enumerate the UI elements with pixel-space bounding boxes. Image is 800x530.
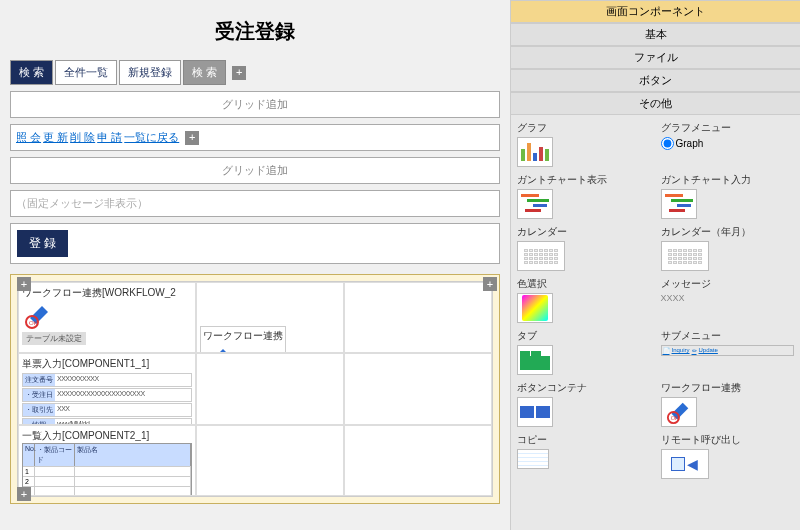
tab-new-register[interactable]: 新規登録: [119, 60, 181, 85]
page-title: 受注登録: [10, 10, 500, 60]
palette-item-graph[interactable]: グラフ: [517, 121, 651, 167]
register-button-container: 登 録: [10, 223, 500, 264]
graph-thumb-icon: [517, 137, 553, 167]
palette-item-graph-menu[interactable]: グラフメニュー Graph: [661, 121, 795, 167]
workflow-stamp-icon: OK: [22, 302, 54, 330]
workflow-stamp-icon: OK: [203, 345, 235, 353]
canvas-cell-workflow2[interactable]: ワークフロー連携 OK: [196, 282, 344, 353]
palette-item-message[interactable]: メッセージ XXXX: [661, 277, 795, 323]
canvas-cell-empty[interactable]: [196, 353, 344, 424]
canvas-cell-empty[interactable]: [344, 282, 492, 353]
remote-thumb-icon: ◀: [661, 449, 709, 479]
svg-text:OK: OK: [29, 320, 38, 326]
component1-form-preview: 注文番号XXXXXXXXXX ・受注日XXXXXXXXXXXXXXXXXXXXX…: [22, 373, 192, 424]
link-back-to-list[interactable]: 一覧に戻る: [124, 130, 179, 145]
canvas-cell-workflow1[interactable]: ワークフロー連携[WORKFLOW_2 OK テーブル未設定: [18, 282, 196, 353]
workflow-thumb-icon: OK: [661, 397, 697, 427]
palette-cat-file[interactable]: ファイル: [511, 46, 800, 69]
tab-search-inactive[interactable]: 検 索: [183, 60, 226, 85]
palette-item-calendar-ym[interactable]: カレンダー（年月）: [661, 225, 795, 271]
link-inquiry[interactable]: 照 会: [16, 130, 41, 145]
canvas-cell-component2[interactable]: 一覧入力[COMPONENT2_1] No.・製品コード製品名 1 2 3: [18, 425, 196, 496]
palette-item-gantt-display[interactable]: ガントチャート表示: [517, 173, 651, 219]
gantt-thumb-icon: [517, 189, 553, 219]
message-placeholder: XXXX: [661, 293, 795, 303]
canvas-add-top-right-icon[interactable]: +: [483, 277, 497, 291]
palette-item-workflow[interactable]: ワークフロー連携 OK: [661, 381, 795, 427]
canvas-cell-empty[interactable]: [196, 425, 344, 496]
canvas-add-top-left-icon[interactable]: +: [17, 277, 31, 291]
graph-radio[interactable]: Graph: [661, 137, 704, 150]
add-link-icon[interactable]: +: [185, 131, 199, 145]
tab-bar: 検 索 全件一覧 新規登録 検 索 +: [10, 60, 500, 85]
palette-item-copy[interactable]: コピー: [517, 433, 651, 479]
palette-cat-button[interactable]: ボタン: [511, 69, 800, 92]
component2-table-preview: No.・製品コード製品名 1 2 3: [22, 443, 192, 496]
add-tab-icon[interactable]: +: [232, 66, 246, 80]
palette-item-calendar[interactable]: カレンダー: [517, 225, 651, 271]
palette-item-tab[interactable]: タブ: [517, 329, 651, 375]
submenu-thumb-icon: 📄Inquiry✏Update: [661, 345, 795, 356]
gantt-input-thumb-icon: [661, 189, 697, 219]
copy-thumb-icon: [517, 449, 549, 469]
workflow-2-label: ワークフロー連携: [203, 329, 283, 343]
grid-add-bar-1[interactable]: グリッド追加: [10, 91, 500, 118]
tab-search[interactable]: 検 索: [10, 60, 53, 85]
calendar-thumb-icon: [517, 241, 565, 271]
workflow-1-label: ワークフロー連携[WORKFLOW_2: [22, 286, 192, 300]
main-editor-area: 受注登録 検 索 全件一覧 新規登録 検 索 + グリッド追加 照 会 更 新 …: [0, 0, 510, 530]
fixed-message-bar[interactable]: （固定メッセージ非表示）: [10, 190, 500, 217]
register-button[interactable]: 登 録: [17, 230, 68, 257]
component2-label: 一覧入力[COMPONENT2_1]: [22, 429, 192, 443]
tab-all-list[interactable]: 全件一覧: [55, 60, 117, 85]
component1-label: 単票入力[COMPONENT1_1]: [22, 357, 192, 371]
link-apply[interactable]: 申 請: [97, 130, 122, 145]
grid-add-bar-2[interactable]: グリッド追加: [10, 157, 500, 184]
action-link-row: 照 会 更 新 削 除 申 請 一覧に戻る +: [10, 124, 500, 151]
palette-item-remote-call[interactable]: リモート呼び出し ◀: [661, 433, 795, 479]
palette-cat-other[interactable]: その他: [511, 92, 800, 115]
table-unset-badge: テーブル未設定: [22, 332, 86, 345]
component-palette: 画面コンポーネント 基本 ファイル ボタン その他 グラフ グラフメニュー Gr…: [510, 0, 800, 530]
canvas-cell-empty[interactable]: [344, 353, 492, 424]
palette-item-button-container[interactable]: ボタンコンテナ: [517, 381, 651, 427]
link-delete[interactable]: 削 除: [70, 130, 95, 145]
canvas-add-bottom-left-icon[interactable]: +: [17, 487, 31, 501]
palette-header: 画面コンポーネント: [511, 0, 800, 23]
tab-thumb-icon: [517, 345, 553, 375]
color-picker-thumb-icon: [517, 293, 553, 323]
svg-text:OK: OK: [670, 415, 678, 421]
palette-item-submenu[interactable]: サブメニュー 📄Inquiry✏Update: [661, 329, 795, 375]
canvas-cell-component1[interactable]: 単票入力[COMPONENT1_1] 注文番号XXXXXXXXXX ・受注日XX…: [18, 353, 196, 424]
calendar-ym-thumb-icon: [661, 241, 709, 271]
palette-item-gantt-input[interactable]: ガントチャート入力: [661, 173, 795, 219]
palette-cat-basic[interactable]: 基本: [511, 23, 800, 46]
button-container-thumb-icon: [517, 397, 553, 427]
link-update[interactable]: 更 新: [43, 130, 68, 145]
canvas-cell-empty[interactable]: [344, 425, 492, 496]
layout-canvas[interactable]: + + + ワークフロー連携[WORKFLOW_2 OK テーブル未設定 ワーク…: [10, 274, 500, 504]
palette-item-color-picker[interactable]: 色選択: [517, 277, 651, 323]
